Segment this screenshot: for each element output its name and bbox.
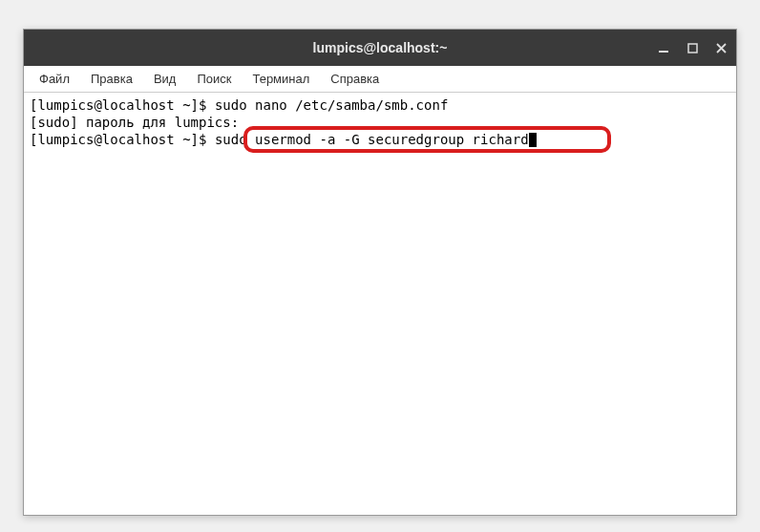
terminal-window: lumpics@localhost:~ Файл Правка Вид Поис…: [23, 29, 737, 516]
sudo-prompt: [sudo] пароль для lumpics:: [30, 115, 239, 130]
command-text: sudo usermod -a -G securedgroup richard: [215, 132, 529, 147]
menubar: Файл Правка Вид Поиск Терминал Справка: [24, 66, 736, 93]
prompt: [lumpics@localhost ~]$: [30, 132, 215, 147]
window-title: lumpics@localhost:~: [313, 40, 448, 55]
menu-view[interactable]: Вид: [144, 68, 186, 90]
terminal-line: [lumpics@localhost ~]$ sudo nano /etc/sa…: [30, 96, 730, 114]
prompt: [lumpics@localhost ~]$: [30, 97, 215, 113]
maximize-button[interactable]: [685, 40, 700, 55]
terminal-line: [sudo] пароль для lumpics:: [30, 114, 730, 131]
menu-help[interactable]: Справка: [321, 68, 389, 90]
cursor-icon: [529, 133, 537, 147]
terminal-line: [lumpics@localhost ~]$ sudo usermod -a -…: [30, 131, 730, 148]
terminal-output[interactable]: [lumpics@localhost ~]$ sudo nano /etc/sa…: [24, 93, 736, 515]
window-controls: [656, 40, 728, 55]
menu-file[interactable]: Файл: [30, 68, 79, 90]
menu-edit[interactable]: Правка: [81, 68, 142, 90]
close-button[interactable]: [713, 40, 728, 55]
menu-search[interactable]: Поиск: [187, 68, 241, 90]
svg-rect-0: [659, 51, 668, 53]
menu-terminal[interactable]: Терминал: [243, 68, 319, 90]
command-text: sudo nano /etc/samba/smb.conf: [215, 97, 448, 113]
minimize-button[interactable]: [656, 40, 671, 55]
svg-rect-1: [688, 44, 697, 53]
titlebar[interactable]: lumpics@localhost:~: [24, 30, 736, 66]
